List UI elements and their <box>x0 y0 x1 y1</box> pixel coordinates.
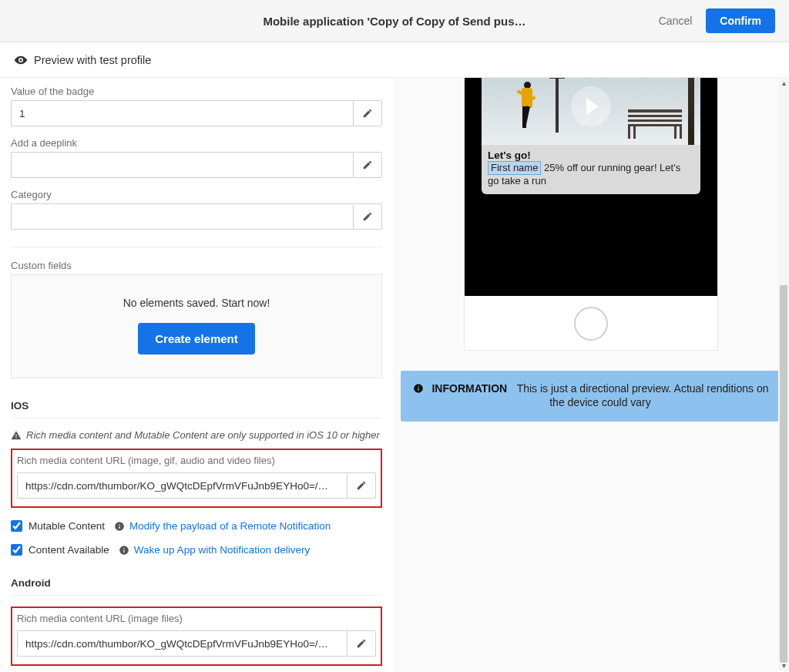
scroll-up-arrow[interactable]: ▴ <box>778 77 789 88</box>
info-icon <box>119 545 129 556</box>
info-banner-text: This is just a directional preview. Actu… <box>517 382 769 408</box>
ios-rich-media-label: Rich media content URL (image, gif, audi… <box>17 455 376 466</box>
category-input[interactable] <box>11 203 353 230</box>
notification-text: Let's go! First name 25% off our running… <box>482 145 700 194</box>
header-actions: Cancel Confirm <box>659 8 775 33</box>
info-banner-label: INFORMATION <box>431 382 507 395</box>
ios-rich-media-edit-button[interactable] <box>347 472 376 499</box>
mutable-content-row: Mutable Content Modify the payload of a … <box>11 520 382 532</box>
deeplink-input[interactable] <box>11 152 353 178</box>
dialog-title: Mobile application 'Copy of Copy of Send… <box>263 15 525 28</box>
notification-card: Let's go! First name 25% off our running… <box>482 78 700 194</box>
android-rich-media-edit-button[interactable] <box>347 630 376 657</box>
deeplink-edit-button[interactable] <box>353 152 382 178</box>
create-element-button[interactable]: Create element <box>138 323 255 354</box>
ios-rich-media-input[interactable] <box>17 472 347 499</box>
mutable-content-label: Mutable Content <box>29 520 105 532</box>
pencil-icon <box>356 638 367 649</box>
badge-field-group: Value of the badge <box>11 86 382 126</box>
info-icon <box>114 521 125 532</box>
custom-fields-label: Custom fields <box>11 260 382 271</box>
deeplink-field-group: Add a deeplink <box>11 137 382 178</box>
deeplink-label: Add a deeplink <box>11 137 382 149</box>
content-available-row: Content Available Wake up App with Notif… <box>11 544 382 556</box>
play-icon[interactable] <box>571 86 611 126</box>
information-banner: INFORMATION This is just a directional p… <box>401 371 781 422</box>
divider <box>11 595 382 596</box>
phone-screen: Let's go! First name 25% off our running… <box>465 78 717 296</box>
pencil-icon <box>362 211 373 222</box>
divider <box>11 418 382 418</box>
content-available-checkbox[interactable] <box>11 544 22 556</box>
mutable-content-checkbox[interactable] <box>11 520 22 532</box>
phone-frame: Let's go! First name 25% off our running… <box>464 78 718 351</box>
notification-title: Let's go! <box>488 150 694 161</box>
preview-icon <box>14 53 28 67</box>
notification-body: First name 25% off our running gear! Let… <box>488 161 694 188</box>
pencil-icon <box>362 108 373 119</box>
subheader: Preview with test profile <box>0 42 789 78</box>
badge-input[interactable] <box>11 100 353 126</box>
badge-edit-button[interactable] <box>353 100 382 126</box>
vertical-scrollbar[interactable]: ▴ ▾ <box>778 77 789 670</box>
content-area: Value of the badge Add a deeplink Catego… <box>0 78 789 672</box>
ios-section-heading: IOS <box>11 400 382 412</box>
confirm-button[interactable]: Confirm <box>706 8 775 33</box>
android-rich-media-input[interactable] <box>17 630 347 657</box>
personalization-chip[interactable]: First name <box>488 161 541 175</box>
divider <box>11 247 382 247</box>
info-icon <box>413 383 424 394</box>
phone-home-button[interactable] <box>574 307 608 341</box>
category-edit-button[interactable] <box>353 203 382 230</box>
ios-warning-text: Rich media content and Mutable Content a… <box>26 429 380 441</box>
runner-figure <box>515 80 537 133</box>
mutable-content-link[interactable]: Modify the payload of a Remote Notificat… <box>129 520 331 532</box>
content-available-link[interactable]: Wake up App with Notification delivery <box>134 544 310 556</box>
lamp-post <box>556 78 559 133</box>
dialog-header: Mobile application 'Copy of Copy of Send… <box>0 0 789 42</box>
pencil-icon <box>356 480 367 491</box>
custom-fields-box: No elements saved. Start now! Create ele… <box>11 274 382 378</box>
preview-with-test-profile-label[interactable]: Preview with test profile <box>34 54 151 66</box>
android-rich-media-highlight: Rich media content URL (image files) <box>11 606 382 666</box>
android-rich-media-label: Rich media content URL (image files) <box>17 613 376 624</box>
android-section-heading: Android <box>11 577 382 589</box>
scroll-down-arrow[interactable]: ▾ <box>778 660 789 670</box>
custom-fields-empty-message: No elements saved. Start now! <box>27 297 366 309</box>
warning-icon <box>11 430 22 441</box>
category-label: Category <box>11 189 382 200</box>
preview-panel: Let's go! First name 25% off our running… <box>393 78 789 672</box>
badge-label: Value of the badge <box>11 86 382 97</box>
ios-warning-row: Rich media content and Mutable Content a… <box>11 429 382 441</box>
notification-media <box>482 78 700 145</box>
cancel-button[interactable]: Cancel <box>659 15 693 27</box>
content-available-label: Content Available <box>29 544 109 556</box>
park-bench <box>628 109 682 139</box>
form-panel: Value of the badge Add a deeplink Catego… <box>0 78 393 672</box>
ios-rich-media-highlight: Rich media content URL (image, gif, audi… <box>11 449 382 508</box>
scroll-thumb[interactable] <box>780 285 787 663</box>
category-field-group: Category <box>11 189 382 230</box>
tree-trunk <box>688 78 694 145</box>
pencil-icon <box>362 160 373 170</box>
